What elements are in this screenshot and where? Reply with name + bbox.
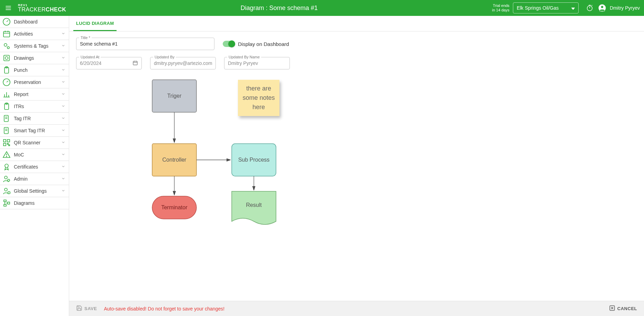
updated-by-value: dmitry.pyryev@artezio.com xyxy=(154,60,212,66)
svg-rect-38 xyxy=(7,143,8,144)
diagram-canvas[interactable]: Triger there are some notes here Control… xyxy=(76,76,637,228)
toggle-label: Display on Dashboard xyxy=(238,41,289,47)
tab-lucid-diagram[interactable]: LUCID DIAGRAM xyxy=(73,16,117,31)
sidebar-item-qr-scanner[interactable]: QR Scanner xyxy=(0,137,69,149)
badge-icon xyxy=(2,162,11,171)
app-logo: REV1 TRACKERCHECK xyxy=(18,4,66,12)
svg-point-45 xyxy=(4,188,7,191)
toggle-switch[interactable] xyxy=(223,41,234,47)
timer-icon[interactable] xyxy=(586,4,594,12)
sidebar-item-tag-itr[interactable]: Tag ITR xyxy=(0,113,69,125)
sidebar-item-label: Global Settings xyxy=(14,188,61,194)
project-name: Elk Springs Oil/Gas xyxy=(517,5,559,11)
save-label: SAVE xyxy=(84,306,97,311)
sidebar-item-label: Preservation xyxy=(14,79,61,85)
project-selector[interactable]: Elk Springs Oil/Gas xyxy=(513,2,579,13)
node-note[interactable]: there are some notes here xyxy=(238,80,279,116)
updated-by-name-field: Updated By Name Dmitry Pyryev xyxy=(224,57,290,69)
barchart-icon xyxy=(2,90,11,99)
sidebar-item-label: Report xyxy=(14,92,61,97)
chevron-down-icon xyxy=(61,79,65,85)
updated-by-label: Updated By xyxy=(153,55,176,59)
save-button[interactable]: SAVE xyxy=(76,305,97,312)
chevron-down-icon xyxy=(61,164,65,170)
chevron-down-icon xyxy=(61,152,65,157)
sidebar-item-label: Diagrams xyxy=(14,200,65,206)
cancel-button[interactable]: CANCEL xyxy=(609,305,637,312)
sidebar-item-label: Admin xyxy=(14,176,61,182)
chevron-down-icon xyxy=(61,176,65,182)
sidebar-item-global-settings[interactable]: Global Settings xyxy=(0,185,69,197)
gears-icon xyxy=(2,41,11,50)
page-title: Diagram : Some schema #1 xyxy=(66,4,492,12)
svg-rect-47 xyxy=(4,200,6,202)
node-subprocess[interactable]: Sub Process xyxy=(232,144,276,176)
sidebar-item-drawings[interactable]: Drawings xyxy=(0,52,69,64)
sidebar-item-label: Smart Tag ITR xyxy=(14,128,61,133)
svg-point-41 xyxy=(6,156,7,157)
user-admin-icon xyxy=(2,174,11,183)
svg-rect-35 xyxy=(3,140,6,142)
node-controller[interactable]: Controller xyxy=(152,144,196,176)
svg-rect-48 xyxy=(4,204,6,206)
svg-rect-17 xyxy=(4,55,9,61)
tab-bar: LUCID DIAGRAM xyxy=(69,16,644,31)
sidebar-item-label: MoC xyxy=(14,152,61,157)
sidebar-item-label: Certificates xyxy=(14,164,61,170)
hamburger-icon[interactable] xyxy=(4,4,12,12)
sidebar-item-report[interactable]: Report xyxy=(0,88,69,100)
node-terminator[interactable]: Terminator xyxy=(152,196,196,219)
sidebar-item-label: Drawings xyxy=(14,55,61,61)
sidebar-item-smart-tag-itr[interactable]: Smart Tag ITR xyxy=(0,125,69,137)
sidebar-item-activities[interactable]: Activities xyxy=(0,28,69,40)
sidebar-item-moc[interactable]: MoC xyxy=(0,149,69,161)
sidebar-item-admin[interactable]: Admin xyxy=(0,173,69,185)
title-input[interactable] xyxy=(80,41,211,47)
calendar-icon xyxy=(2,29,11,38)
chevron-down-icon xyxy=(61,43,65,49)
sidebar-item-preservation[interactable]: Preservation xyxy=(0,76,69,88)
trial-notice: Trial ends in 14 days xyxy=(492,3,509,12)
sidebar-item-dashboard[interactable]: Dashboard xyxy=(0,16,69,28)
updated-by-name-label: Updated By Name xyxy=(227,55,261,59)
doc-tag-icon xyxy=(2,126,11,135)
svg-line-22 xyxy=(7,81,8,82)
updated-by-name-value: Dmitry Pyryev xyxy=(228,60,286,66)
caret-down-icon xyxy=(571,5,575,11)
app-header: REV1 TRACKERCHECK Diagram : Some schema … xyxy=(0,0,644,16)
sidebar-item-punch[interactable]: Punch xyxy=(0,64,69,76)
clipboard-icon xyxy=(2,66,11,75)
sidebar-item-label: ITRs xyxy=(14,104,61,109)
chevron-down-icon xyxy=(61,67,65,73)
svg-point-18 xyxy=(5,57,8,59)
title-field[interactable]: Title * xyxy=(76,38,214,50)
svg-point-44 xyxy=(8,179,10,181)
footer-bar: SAVE Auto-save disabled! Do not forget t… xyxy=(69,301,644,316)
chevron-down-icon xyxy=(61,104,65,109)
node-result[interactable]: Result xyxy=(232,191,276,219)
sidebar-item-diagrams[interactable]: Diagrams xyxy=(0,197,69,209)
sidebar-item-certificates[interactable]: Certificates xyxy=(0,161,69,173)
node-triger[interactable]: Triger xyxy=(152,80,196,112)
diagram-icon xyxy=(2,199,11,208)
cancel-label: CANCEL xyxy=(617,306,637,311)
svg-point-43 xyxy=(4,176,7,179)
sidebar-item-label: Tag ITR xyxy=(14,116,61,121)
svg-line-10 xyxy=(7,20,8,22)
user-menu[interactable]: Dmitry Pyryev xyxy=(596,4,640,12)
warning-icon xyxy=(2,150,11,159)
svg-rect-37 xyxy=(3,143,6,146)
calendar-icon xyxy=(132,60,138,67)
sidebar-item-label: QR Scanner xyxy=(14,140,61,145)
sidebar-item-itrs[interactable]: ITRs xyxy=(0,100,69,113)
clipboard-icon xyxy=(2,102,11,111)
user-gear-icon xyxy=(2,186,11,195)
chevron-down-icon xyxy=(61,128,65,133)
sidebar-item-label: Dashboard xyxy=(14,19,65,25)
chevron-down-icon xyxy=(61,116,65,121)
user-name: Dmitry Pyryev xyxy=(610,5,640,11)
sidebar-item-systems-tags[interactable]: Systems & Tags xyxy=(0,40,69,52)
doc-tag-icon xyxy=(2,114,11,123)
updated-at-field: Updated At 6/20/2024 xyxy=(76,57,142,69)
display-on-dashboard-toggle[interactable]: Display on Dashboard xyxy=(223,41,289,47)
